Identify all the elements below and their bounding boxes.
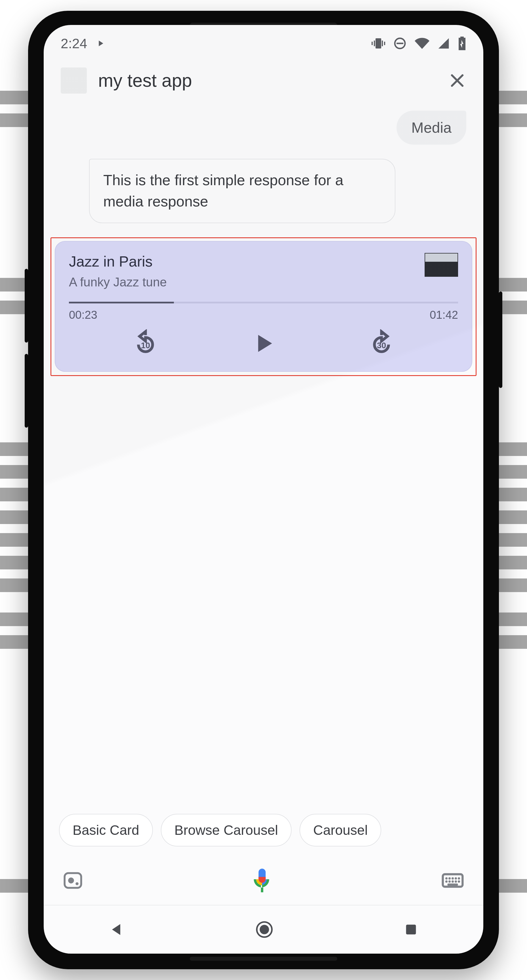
svg-rect-23 [406, 925, 416, 935]
wifi-icon [415, 36, 430, 51]
keyboard-button[interactable] [440, 868, 465, 893]
bot-message-bubble: This is the first simple response for a … [89, 159, 395, 223]
suggestion-chip-basic-card[interactable]: Basic Card [59, 814, 153, 846]
suggestion-chip-browse-carousel[interactable]: Browse Carousel [161, 814, 291, 846]
lens-button[interactable] [62, 869, 84, 891]
close-button[interactable] [448, 72, 466, 90]
battery-charging-icon [458, 37, 466, 50]
svg-text:10: 10 [141, 340, 150, 350]
screen: 2:24 [44, 25, 483, 954]
status-play-icon [96, 38, 105, 48]
user-message-chip: Media [396, 111, 466, 145]
nav-back-button[interactable] [108, 921, 125, 938]
app-title: my test app [98, 70, 437, 91]
media-response-card: Jazz in Paris A funky Jazz tune 00:23 01… [55, 241, 472, 372]
volume-up-button [25, 269, 28, 342]
svg-point-8 [75, 882, 78, 885]
android-nav-bar [44, 905, 483, 954]
phone-frame: 2:24 [28, 11, 499, 969]
nav-home-button[interactable] [255, 920, 274, 939]
nav-recents-button[interactable] [404, 922, 419, 937]
media-total-time: 01:42 [430, 309, 458, 321]
vibrate-icon [372, 37, 385, 50]
media-thumbnail [425, 253, 458, 277]
media-seek-bar[interactable] [69, 302, 458, 304]
clock-text: 2:24 [61, 36, 87, 51]
signal-icon [437, 37, 450, 49]
app-icon-placeholder [61, 67, 87, 94]
svg-text:30: 30 [377, 340, 386, 350]
app-header: my test app [44, 62, 483, 111]
media-title: Jazz in Paris [69, 253, 416, 270]
play-button[interactable] [251, 331, 276, 356]
svg-point-7 [68, 878, 74, 884]
power-button [499, 291, 502, 388]
status-bar: 2:24 [44, 25, 483, 62]
highlight-annotation: Jazz in Paris A funky Jazz tune 00:23 01… [51, 237, 476, 376]
rewind-10-button[interactable]: 10 [131, 329, 160, 358]
media-elapsed-time: 00:23 [69, 309, 97, 321]
dnd-icon [393, 37, 407, 50]
mic-button[interactable] [248, 866, 276, 895]
media-subtitle: A funky Jazz tune [69, 275, 416, 289]
svg-point-22 [260, 925, 269, 934]
assistant-input-bar [44, 858, 483, 905]
conversation: Media This is the first simple response … [44, 111, 483, 805]
suggestion-chips-row: Basic Card Browse Carousel Carousel [44, 805, 483, 858]
volume-down-button [25, 354, 28, 428]
suggestion-chip-carousel[interactable]: Carousel [299, 814, 381, 846]
forward-30-button[interactable]: 30 [367, 329, 396, 358]
